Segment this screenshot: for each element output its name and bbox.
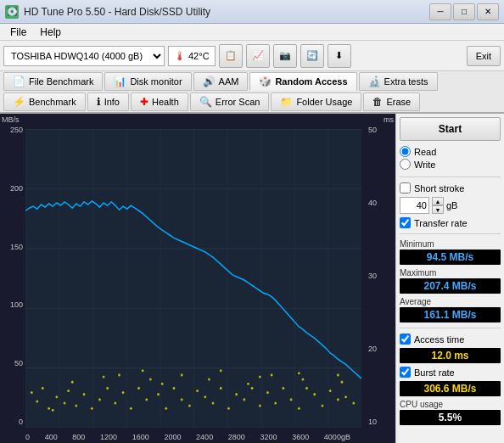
benchmark-icon: ⚡ bbox=[13, 96, 25, 108]
svg-point-55 bbox=[208, 379, 210, 381]
svg-point-35 bbox=[220, 387, 222, 390]
read-radio[interactable] bbox=[400, 146, 411, 157]
toolbar: TOSHIBA HDWQ140 (4000 gB) 🌡 42°C 📋 📈 📷 🔄… bbox=[0, 41, 504, 71]
toolbar-btn-1[interactable]: 📋 bbox=[219, 44, 243, 68]
error-scan-icon: 🔍 bbox=[199, 96, 212, 108]
minimum-label: Minimum bbox=[400, 239, 501, 249]
svg-point-20 bbox=[106, 387, 109, 390]
mode-radio-group: Read Write bbox=[400, 144, 501, 171]
tab-disk-monitor-label: Disk monitor bbox=[130, 76, 182, 87]
svg-point-32 bbox=[196, 390, 199, 392]
svg-point-21 bbox=[115, 401, 117, 404]
svg-point-14 bbox=[52, 409, 54, 412]
y-right-10: 10 bbox=[366, 418, 395, 426]
y-right-20: 20 bbox=[366, 345, 395, 353]
svg-point-49 bbox=[329, 390, 332, 392]
svg-point-38 bbox=[243, 398, 245, 401]
toolbar-btn-3[interactable]: 📷 bbox=[273, 44, 297, 68]
tab-erase[interactable]: 🗑 Erase bbox=[363, 93, 420, 111]
write-radio[interactable] bbox=[400, 159, 411, 170]
transfer-rate-checkbox-row[interactable]: Transfer rate bbox=[400, 217, 501, 228]
svg-point-45 bbox=[298, 407, 300, 410]
tab-info-label: Info bbox=[104, 97, 120, 107]
minimize-button[interactable]: ─ bbox=[429, 3, 451, 20]
y-left-150: 150 bbox=[0, 243, 25, 251]
y-left-200: 200 bbox=[0, 184, 25, 193]
svg-point-48 bbox=[322, 405, 324, 407]
y-left-50: 50 bbox=[0, 359, 25, 367]
short-stroke-input[interactable] bbox=[400, 197, 429, 214]
tab-info[interactable]: ℹ Info bbox=[87, 93, 129, 111]
short-stroke-checkbox-row[interactable]: Short stroke bbox=[400, 182, 501, 193]
burst-rate-checkbox-row[interactable]: Burst rate bbox=[400, 367, 501, 378]
burst-rate-label: Burst rate bbox=[414, 367, 455, 378]
svg-point-58 bbox=[302, 379, 305, 381]
write-label: Write bbox=[414, 160, 435, 170]
erase-icon: 🗑 bbox=[372, 96, 383, 108]
x-4000: 4000gB bbox=[324, 433, 353, 441]
transfer-rate-checkbox[interactable] bbox=[400, 217, 411, 228]
access-time-checkbox[interactable] bbox=[400, 334, 411, 345]
app-icon: 💽 bbox=[5, 5, 19, 19]
tab-disk-monitor[interactable]: 📊 Disk monitor bbox=[104, 72, 191, 91]
disk-selector[interactable]: TOSHIBA HDWQ140 (4000 gB) bbox=[3, 46, 165, 66]
read-radio-label[interactable]: Read bbox=[400, 146, 501, 157]
chart-area: MB/s ms 250 200 150 100 50 0 50 40 30 20… bbox=[0, 114, 395, 443]
menu-help[interactable]: Help bbox=[33, 25, 68, 40]
toolbar-btn-4[interactable]: 🔄 bbox=[300, 44, 324, 68]
start-button[interactable]: Start bbox=[400, 117, 501, 141]
stat-average: Average 161.1 MB/s bbox=[400, 297, 501, 322]
svg-point-24 bbox=[137, 387, 140, 390]
tab-erase-label: Erase bbox=[386, 97, 411, 107]
x-1600: 1600 bbox=[132, 433, 152, 441]
svg-point-61 bbox=[103, 375, 105, 378]
svg-point-26 bbox=[149, 379, 152, 381]
tab-error-scan[interactable]: 🔍 Error Scan bbox=[190, 93, 270, 111]
y-right-40: 40 bbox=[366, 199, 395, 207]
spin-up-button[interactable]: ▲ bbox=[432, 197, 444, 205]
tab-extra-tests[interactable]: 🔬 Extra tests bbox=[359, 72, 438, 91]
svg-point-13 bbox=[31, 391, 33, 394]
chart-y-right-labels: 50 40 30 20 10 bbox=[366, 114, 395, 443]
tab-random-access[interactable]: 🎲 Random Access bbox=[249, 72, 356, 91]
burst-rate-value: 306.6 MB/s bbox=[400, 381, 501, 396]
burst-rate-checkbox[interactable] bbox=[400, 367, 411, 378]
aam-icon: 🔊 bbox=[203, 76, 216, 87]
spin-down-button[interactable]: ▼ bbox=[432, 205, 444, 214]
nav-row-2: ⚡ Benchmark ℹ Info ✚ Health 🔍 Error Scan… bbox=[0, 92, 504, 112]
svg-point-53 bbox=[118, 373, 120, 376]
svg-point-11 bbox=[55, 395, 58, 398]
svg-point-17 bbox=[83, 393, 86, 395]
maximize-button[interactable]: □ bbox=[453, 3, 475, 20]
svg-point-63 bbox=[181, 373, 183, 376]
write-radio-label[interactable]: Write bbox=[400, 159, 501, 170]
cpu-label: CPU usage bbox=[400, 400, 501, 409]
stat-cpu: CPU usage 5.5% bbox=[400, 400, 501, 425]
info-icon: ℹ bbox=[97, 96, 101, 108]
svg-point-43 bbox=[283, 387, 285, 390]
tab-benchmark[interactable]: ⚡ Benchmark bbox=[3, 93, 86, 111]
tab-folder-usage[interactable]: 📁 Folder Usage bbox=[271, 93, 361, 111]
nav-row-1: 📄 File Benchmark 📊 Disk monitor 🔊 AAM 🎲 … bbox=[0, 71, 504, 92]
stat-maximum: Maximum 207.4 MB/s bbox=[400, 268, 501, 294]
svg-point-51 bbox=[344, 395, 347, 398]
short-stroke-checkbox[interactable] bbox=[400, 182, 411, 193]
tab-random-access-label: Random Access bbox=[275, 76, 347, 87]
toolbar-btn-5[interactable]: ⬇ bbox=[328, 44, 351, 68]
tab-file-benchmark[interactable]: 📄 File Benchmark bbox=[3, 72, 103, 91]
average-value: 161.1 MB/s bbox=[400, 307, 501, 322]
folder-usage-icon: 📁 bbox=[280, 96, 293, 108]
x-2000: 2000 bbox=[164, 433, 183, 441]
close-button[interactable]: ✕ bbox=[477, 3, 499, 20]
exit-button[interactable]: Exit bbox=[467, 46, 501, 66]
menu-file[interactable]: File bbox=[3, 25, 33, 40]
toolbar-btn-2[interactable]: 📈 bbox=[246, 44, 270, 68]
chart-svg bbox=[25, 129, 361, 428]
divider-3 bbox=[400, 328, 501, 328]
access-time-checkbox-row[interactable]: Access time bbox=[400, 334, 501, 345]
tab-health[interactable]: ✚ Health bbox=[131, 93, 188, 111]
svg-rect-1 bbox=[25, 129, 361, 428]
tab-aam[interactable]: 🔊 AAM bbox=[193, 72, 249, 91]
transfer-rate-label: Transfer rate bbox=[414, 218, 468, 228]
x-3600: 3600 bbox=[292, 433, 311, 441]
